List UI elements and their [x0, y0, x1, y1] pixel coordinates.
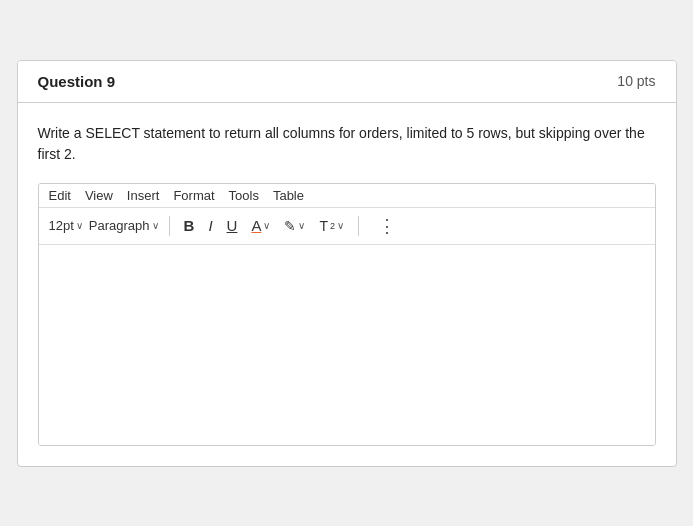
superscript-label: T [319, 218, 328, 234]
menu-tools[interactable]: Tools [229, 188, 259, 203]
font-color-label: A [251, 217, 261, 234]
question-points: 10 pts [617, 73, 655, 89]
superscript-button[interactable]: T2 ∨ [315, 216, 348, 236]
font-size-selector[interactable]: 12pt ∨ [49, 218, 83, 233]
more-options-button[interactable]: ⋮ [373, 213, 401, 239]
editor-toolbar: 12pt ∨ Paragraph ∨ B I U A ∨ ✎ ∨ [39, 208, 655, 245]
highlight-button[interactable]: ✎ ∨ [280, 216, 309, 236]
italic-button[interactable]: I [204, 215, 216, 236]
card-body: Write a SELECT statement to return all c… [18, 103, 676, 446]
menu-format[interactable]: Format [173, 188, 214, 203]
rich-text-editor: Edit View Insert Format Tools Table 12pt… [38, 183, 656, 446]
paragraph-value: Paragraph [89, 218, 150, 233]
paragraph-chevron: ∨ [152, 220, 159, 231]
question-text: Write a SELECT statement to return all c… [38, 123, 656, 165]
highlight-chevron: ∨ [298, 220, 305, 231]
menu-view[interactable]: View [85, 188, 113, 203]
underline-button[interactable]: U [223, 215, 242, 236]
bold-button[interactable]: B [180, 215, 199, 236]
superscript-num: 2 [330, 221, 335, 231]
editor-content-area[interactable] [39, 245, 655, 445]
menu-insert[interactable]: Insert [127, 188, 160, 203]
font-size-chevron: ∨ [76, 220, 83, 231]
question-title: Question 9 [38, 73, 116, 90]
menu-table[interactable]: Table [273, 188, 304, 203]
menu-edit[interactable]: Edit [49, 188, 71, 203]
highlight-icon: ✎ [284, 218, 296, 234]
card-header: Question 9 10 pts [18, 61, 676, 103]
toolbar-divider-2 [358, 216, 359, 236]
font-color-chevron: ∨ [263, 220, 270, 231]
toolbar-divider-1 [169, 216, 170, 236]
question-card: Question 9 10 pts Write a SELECT stateme… [17, 60, 677, 467]
superscript-chevron: ∨ [337, 220, 344, 231]
editor-menu-bar: Edit View Insert Format Tools Table [39, 184, 655, 208]
font-color-button[interactable]: A ∨ [247, 215, 274, 236]
paragraph-selector[interactable]: Paragraph ∨ [89, 218, 159, 233]
font-size-value: 12pt [49, 218, 74, 233]
